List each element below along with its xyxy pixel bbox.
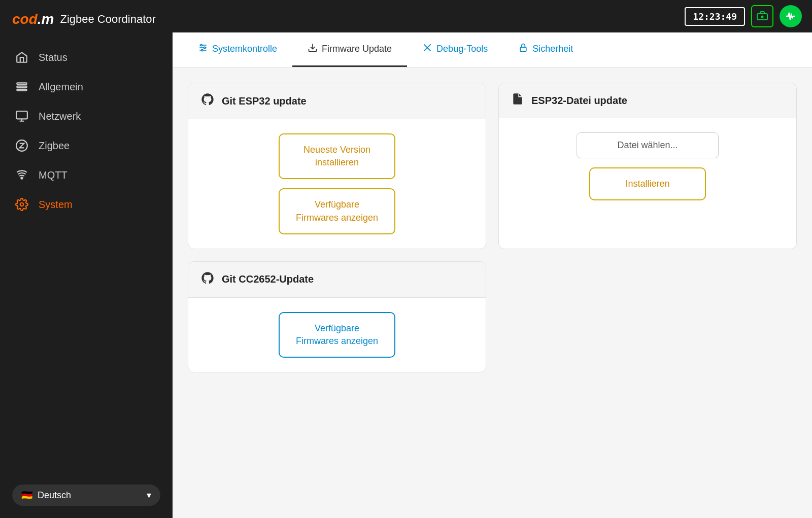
- card-git-cc2652: Git CC2652-Update Verfügbare Firmwares a…: [188, 261, 486, 372]
- sidebar-item-allgemein[interactable]: Allgemein: [0, 72, 173, 101]
- svg-point-8: [762, 16, 763, 18]
- card-git-esp32-header: Git ESP32 update: [188, 83, 486, 119]
- systemkontrolle-icon: [198, 43, 208, 55]
- language-label: Deutsch: [38, 490, 71, 501]
- logo-dot: .: [38, 11, 42, 27]
- sidebar-header: cod.m Zigbee Coordinator: [0, 0, 173, 39]
- logo-cod: cod: [12, 11, 38, 27]
- svg-point-5: [21, 177, 22, 179]
- tab-label-firmware-update: Firmware Update: [322, 44, 392, 54]
- sidebar-label-allgemein: Allgemein: [39, 81, 83, 93]
- menu-icon: [14, 80, 29, 93]
- sidebar-item-netzwerk[interactable]: Netzwerk: [0, 101, 173, 131]
- main-content: 12:23:49: [173, 0, 812, 518]
- tab-firmware-update[interactable]: Firmware Update: [292, 32, 407, 67]
- card-esp32-file: ESP32-Datei update Datei wählen... Insta…: [498, 83, 797, 249]
- logo: cod.m: [12, 11, 54, 27]
- sidebar-item-mqtt[interactable]: MQTT: [0, 160, 173, 190]
- sidebar: cod.m Zigbee Coordinator Status Allgeme: [0, 0, 173, 518]
- tab-debug-tools[interactable]: Debug-Tools: [407, 32, 503, 67]
- file-input-label: Datei wählen...: [617, 140, 678, 150]
- svg-rect-18: [520, 47, 526, 51]
- zigbee-icon: [14, 139, 29, 152]
- sidebar-label-netzwerk: Netzwerk: [39, 111, 81, 122]
- tab-sicherheit[interactable]: Sicherheit: [503, 32, 588, 67]
- topbar: 12:23:49: [173, 0, 812, 32]
- card-git-esp32-title: Git ESP32 update: [222, 95, 307, 107]
- tabs-bar: Systemkontrolle Firmware Update Debug-To…: [173, 32, 812, 67]
- sidebar-label-system: System: [39, 199, 73, 211]
- card-git-cc2652-title: Git CC2652-Update: [222, 273, 314, 285]
- file-icon-esp32: [511, 92, 524, 109]
- github-icon-cc2652: [200, 271, 215, 288]
- tab-label-sicherheit: Sicherheit: [532, 44, 573, 54]
- file-input-esp32[interactable]: Datei wählen...: [577, 132, 719, 158]
- sidebar-label-status: Status: [39, 52, 67, 63]
- tab-systemkontrolle[interactable]: Systemkontrolle: [183, 32, 292, 67]
- sidebar-label-zigbee: Zigbee: [39, 140, 70, 152]
- card-esp32-file-body: Datei wählen... Installieren: [499, 118, 796, 215]
- content-area: Git ESP32 update Neueste Version install…: [173, 67, 812, 518]
- card-git-esp32-body: Neueste Version installieren Verfügbare …: [188, 119, 486, 249]
- sidebar-nav: Status Allgemein Netzwerk: [0, 39, 173, 478]
- card-git-cc2652-body: Verfügbare Firmwares anzeigen: [188, 298, 486, 372]
- app-title: Zigbee Coordinator: [60, 13, 155, 26]
- sidebar-label-mqtt: MQTT: [39, 169, 67, 181]
- svg-rect-1: [17, 86, 27, 88]
- btn-show-firmwares-cc2652[interactable]: Verfügbare Firmwares anzeigen: [279, 312, 395, 358]
- card-esp32-file-title: ESP32-Datei update: [531, 95, 627, 107]
- logo-m: m: [42, 11, 54, 27]
- language-selector[interactable]: 🇩🇪 Deutsch ▾: [12, 485, 160, 506]
- tab-label-debug-tools: Debug-Tools: [436, 44, 488, 54]
- btn-install-latest-esp32[interactable]: Neueste Version installieren: [279, 133, 395, 179]
- pulse-status-icon: [780, 5, 802, 27]
- card-git-esp32: Git ESP32 update Neueste Version install…: [188, 83, 486, 249]
- firmware-download-icon: [308, 43, 318, 55]
- github-icon-esp32: [200, 92, 215, 110]
- network-icon: [14, 110, 29, 123]
- svg-rect-0: [17, 83, 27, 84]
- tab-label-systemkontrolle: Systemkontrolle: [212, 44, 277, 54]
- svg-point-12: [200, 44, 202, 46]
- time-display: 12:23:49: [685, 7, 745, 26]
- sidebar-item-system[interactable]: System: [0, 190, 173, 219]
- sidebar-item-zigbee[interactable]: Zigbee: [0, 131, 173, 160]
- svg-rect-2: [17, 89, 27, 91]
- btn-install-esp32-file[interactable]: Installieren: [589, 167, 706, 200]
- debug-tools-icon: [422, 43, 432, 55]
- network-status-icon: [751, 5, 773, 27]
- sidebar-item-status[interactable]: Status: [0, 43, 173, 72]
- svg-point-6: [20, 203, 24, 206]
- btn-show-firmwares-esp32[interactable]: Verfügbare Firmwares anzeigen: [279, 188, 395, 234]
- card-git-cc2652-header: Git CC2652-Update: [188, 262, 486, 298]
- svg-point-13: [204, 47, 206, 48]
- language-flag: 🇩🇪: [21, 490, 32, 501]
- mqtt-icon: [14, 168, 29, 182]
- svg-rect-3: [16, 111, 27, 119]
- home-icon: [14, 51, 29, 64]
- card-esp32-file-header: ESP32-Datei update: [499, 83, 796, 118]
- system-icon: [14, 198, 29, 211]
- svg-point-14: [201, 49, 203, 51]
- chevron-down-icon: ▾: [147, 490, 151, 501]
- sicherheit-icon: [518, 43, 528, 55]
